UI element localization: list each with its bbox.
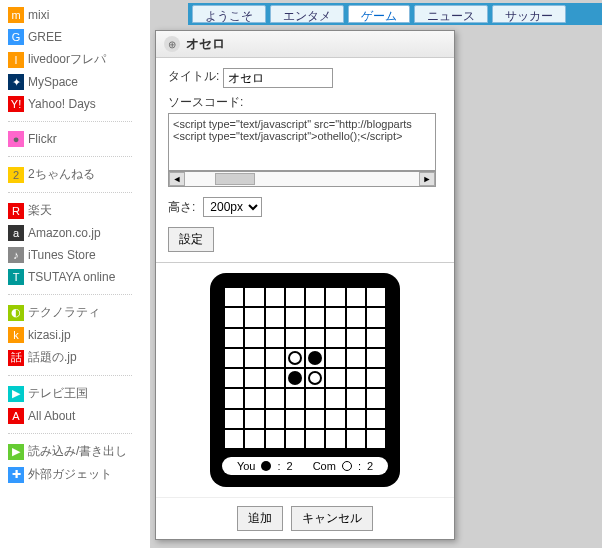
sidebar-item[interactable]: GGREE bbox=[8, 26, 132, 48]
board-cell[interactable] bbox=[265, 409, 285, 429]
cancel-button[interactable]: キャンセル bbox=[291, 506, 373, 531]
tab[interactable]: ニュース bbox=[414, 5, 488, 23]
board-cell[interactable] bbox=[224, 388, 244, 408]
board-cell[interactable] bbox=[366, 368, 386, 388]
sidebar-item[interactable]: 話話題の.jp bbox=[8, 346, 132, 369]
tab[interactable]: サッカー bbox=[492, 5, 566, 23]
board-cell[interactable] bbox=[285, 307, 305, 327]
board-cell[interactable] bbox=[305, 368, 325, 388]
board-cell[interactable] bbox=[224, 368, 244, 388]
board-cell[interactable] bbox=[325, 429, 345, 449]
board-cell[interactable] bbox=[325, 287, 345, 307]
sidebar-item[interactable]: Y!Yahoo! Days bbox=[8, 93, 132, 115]
board-cell[interactable] bbox=[346, 368, 366, 388]
sidebar-item[interactable]: ▶読み込み/書き出し bbox=[8, 440, 132, 463]
board-cell[interactable] bbox=[244, 429, 264, 449]
othello-board[interactable] bbox=[222, 285, 388, 451]
sidebar-item[interactable]: kkizasi.jp bbox=[8, 324, 132, 346]
board-cell[interactable] bbox=[325, 409, 345, 429]
board-cell[interactable] bbox=[305, 328, 325, 348]
title-input[interactable] bbox=[223, 68, 333, 88]
board-cell[interactable] bbox=[244, 409, 264, 429]
tab[interactable]: ようこそ bbox=[192, 5, 266, 23]
board-cell[interactable] bbox=[325, 328, 345, 348]
sidebar-item[interactable]: ♪iTunes Store bbox=[8, 244, 132, 266]
height-select[interactable]: 200px bbox=[203, 197, 262, 217]
sidebar-item[interactable]: 22ちゃんねる bbox=[8, 163, 132, 186]
board-cell[interactable] bbox=[285, 368, 305, 388]
board-cell[interactable] bbox=[224, 328, 244, 348]
board-cell[interactable] bbox=[305, 388, 325, 408]
horizontal-scrollbar[interactable]: ◄ ► bbox=[168, 171, 436, 187]
board-cell[interactable] bbox=[285, 409, 305, 429]
sidebar-item[interactable]: ✦MySpace bbox=[8, 71, 132, 93]
board-cell[interactable] bbox=[346, 409, 366, 429]
tab[interactable]: ゲーム bbox=[348, 5, 410, 23]
board-cell[interactable] bbox=[285, 328, 305, 348]
sidebar-item[interactable]: R楽天 bbox=[8, 199, 132, 222]
scroll-right-button[interactable]: ► bbox=[419, 172, 435, 186]
scroll-left-button[interactable]: ◄ bbox=[169, 172, 185, 186]
scroll-thumb[interactable] bbox=[215, 173, 255, 185]
board-cell[interactable] bbox=[346, 307, 366, 327]
board-cell[interactable] bbox=[244, 307, 264, 327]
board-cell[interactable] bbox=[265, 328, 285, 348]
board-cell[interactable] bbox=[346, 348, 366, 368]
board-cell[interactable] bbox=[305, 429, 325, 449]
sidebar-item[interactable]: ●Flickr bbox=[8, 128, 132, 150]
board-cell[interactable] bbox=[285, 388, 305, 408]
board-cell[interactable] bbox=[224, 348, 244, 368]
board-cell[interactable] bbox=[285, 287, 305, 307]
sidebar-item[interactable]: AAll About bbox=[8, 405, 132, 427]
board-cell[interactable] bbox=[265, 348, 285, 368]
board-cell[interactable] bbox=[265, 307, 285, 327]
add-button[interactable]: 追加 bbox=[237, 506, 283, 531]
sidebar-item[interactable]: TTSUTAYA online bbox=[8, 266, 132, 288]
board-cell[interactable] bbox=[224, 409, 244, 429]
board-cell[interactable] bbox=[265, 429, 285, 449]
sidebar-item[interactable]: aAmazon.co.jp bbox=[8, 222, 132, 244]
sidebar-item[interactable]: llivedoorフレパ bbox=[8, 48, 132, 71]
board-cell[interactable] bbox=[366, 287, 386, 307]
board-cell[interactable] bbox=[325, 388, 345, 408]
sidebar-item[interactable]: ◐テクノラティ bbox=[8, 301, 132, 324]
board-cell[interactable] bbox=[366, 307, 386, 327]
board-cell[interactable] bbox=[325, 307, 345, 327]
board-cell[interactable] bbox=[285, 348, 305, 368]
board-cell[interactable] bbox=[366, 409, 386, 429]
source-textarea[interactable]: <script type="text/javascript" src="http… bbox=[168, 113, 436, 171]
board-cell[interactable] bbox=[346, 429, 366, 449]
board-cell[interactable] bbox=[305, 307, 325, 327]
board-cell[interactable] bbox=[305, 348, 325, 368]
board-cell[interactable] bbox=[325, 368, 345, 388]
board-cell[interactable] bbox=[346, 287, 366, 307]
board-cell[interactable] bbox=[265, 287, 285, 307]
board-cell[interactable] bbox=[325, 348, 345, 368]
board-cell[interactable] bbox=[244, 287, 264, 307]
board-cell[interactable] bbox=[244, 348, 264, 368]
board-cell[interactable] bbox=[265, 368, 285, 388]
board-cell[interactable] bbox=[244, 388, 264, 408]
board-cell[interactable] bbox=[224, 307, 244, 327]
board-cell[interactable] bbox=[244, 328, 264, 348]
board-cell[interactable] bbox=[346, 388, 366, 408]
tab[interactable]: エンタメ bbox=[270, 5, 344, 23]
board-cell[interactable] bbox=[244, 368, 264, 388]
board-cell[interactable] bbox=[366, 348, 386, 368]
board-cell[interactable] bbox=[346, 328, 366, 348]
board-cell[interactable] bbox=[366, 429, 386, 449]
sidebar-item-label: 楽天 bbox=[28, 202, 52, 219]
board-cell[interactable] bbox=[224, 287, 244, 307]
board-cell[interactable] bbox=[305, 287, 325, 307]
sidebar-item[interactable]: ✚外部ガジェット bbox=[8, 463, 132, 486]
board-cell[interactable] bbox=[265, 388, 285, 408]
scroll-track[interactable] bbox=[185, 172, 419, 186]
sidebar-item[interactable]: ▶テレビ王国 bbox=[8, 382, 132, 405]
board-cell[interactable] bbox=[285, 429, 305, 449]
board-cell[interactable] bbox=[224, 429, 244, 449]
board-cell[interactable] bbox=[366, 328, 386, 348]
sidebar-item[interactable]: mmixi bbox=[8, 4, 132, 26]
board-cell[interactable] bbox=[305, 409, 325, 429]
settings-button[interactable]: 設定 bbox=[168, 227, 214, 252]
board-cell[interactable] bbox=[366, 388, 386, 408]
